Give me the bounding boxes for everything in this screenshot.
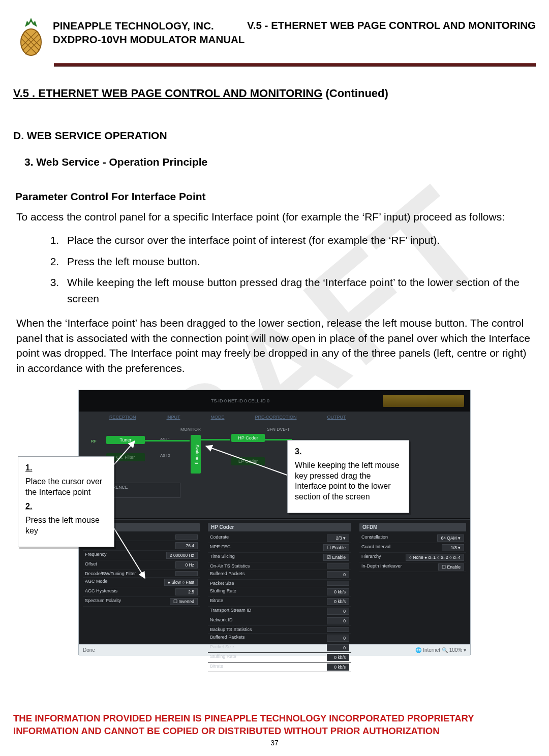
tab-mode[interactable]: MODE [211, 415, 225, 423]
main-paragraph: When the ‘Interface point’ has been drag… [16, 316, 533, 375]
panel-row: On-Air TS Statistics [208, 562, 351, 570]
heading-d: D. WEB SERVICE OPERATION [13, 130, 536, 142]
panel-row: Coderate2/3 ▾ [208, 533, 351, 543]
pro-television-logo-icon [383, 395, 464, 407]
panel-row: Stuffing Rate0 kb/s [208, 653, 351, 663]
tab-reception[interactable]: RECEPTION [109, 415, 136, 423]
panel-row: Buffered Packets0 [208, 570, 351, 580]
panel-row: Spectrum Polarity☐ Inverted [83, 597, 200, 607]
asi2-label[interactable]: ASI 2 [160, 453, 170, 458]
panel-row: Offset0 Hz [83, 560, 200, 570]
footer-page-number: 37 [13, 739, 536, 747]
panel-center: HP Coder Coderate2/3 ▾MPE-FEC☐ EnableTim… [204, 519, 355, 644]
panel-row: Hierarchy○ None ● α=1 ○ α=2 ○ α=4 [359, 553, 466, 562]
panel-row: Network ID0 [208, 616, 351, 626]
node-lpcoder[interactable]: LP Coder [231, 457, 265, 465]
step-1: Place the cursor over the interface poin… [62, 232, 526, 248]
panel-row: AGC Mode● Slow ○ Fast [83, 578, 200, 587]
panel-row: Backup TS Statistics [208, 626, 351, 634]
footer-proprietary: THE INFORMATION PROVIDED HEREIN IS PINEA… [13, 712, 536, 738]
manual-name: DXDPRO-10VH MODULATOR MANUAL [53, 33, 245, 47]
tab-precorrection[interactable]: PRE-CORRECTION [255, 415, 297, 423]
panel-row: Packet Size0 [208, 643, 351, 653]
heading-parameter-control: Parameter Control For Interface Point [15, 191, 536, 203]
status-right: 🌐 Internet 🔍 100% ▾ [415, 647, 466, 653]
panel-right: OFDM Constellation64 QAM ▾Guard Interval… [355, 519, 470, 644]
header: PINEAPPLE TECHNOLOGY, INC. DXDPRO-10VH M… [13, 14, 536, 60]
node-switching[interactable]: Switching [191, 435, 201, 474]
panel-row: Buffered Packets0 [208, 634, 351, 643]
screenshot-figure: TS-ID 0 NET-ID 0 CELL-ID 0 RECEPTION INP… [78, 390, 471, 655]
panel-right-title: OFDM [359, 523, 466, 531]
panel-row: Stuffing Rate0 kb/s [208, 587, 351, 597]
doc-section: V.5 - ETHERNET WEB PAGE CONTROL AND MONI… [247, 19, 536, 32]
step-3: While keeping the left mouse button pres… [62, 274, 526, 306]
company-name: PINEAPPLE TECHNOLOGY, INC. [53, 19, 245, 33]
panel-row: Time Slicing☑ Enable [208, 553, 351, 562]
panel-row: Packet Size [208, 580, 351, 587]
panel-row: In-Depth Interleaver☐ Enable [359, 562, 466, 572]
callout-1-2: 1. Place the cursor over the Interface p… [18, 456, 114, 547]
callout-3: 3. While keeping the left mouse key pres… [287, 440, 409, 513]
status-done: Done [83, 647, 95, 653]
panel-center-title: HP Coder [208, 523, 351, 531]
intro-paragraph: To access the control panel for a specif… [16, 210, 536, 224]
panel-row: Bitrate0 kb/s [208, 663, 351, 672]
panel-row: Decode/BW/Tuning Filter [83, 570, 200, 578]
numbered-steps: Place the cursor over the interface poin… [13, 232, 536, 306]
status-ids: TS-ID 0 NET-ID 0 CELL-ID 0 [79, 398, 383, 403]
monitor-label: MONITOR [180, 427, 201, 432]
step-2: Press the left mouse button. [62, 254, 526, 270]
panel-row: Constellation64 QAM ▾ [359, 533, 466, 543]
panel-row: Guard Interval1/8 ▾ [359, 543, 466, 553]
heading-3: 3. Web Service - Operation Principle [24, 156, 536, 168]
sfn-label: SFN DVB-T [267, 427, 290, 432]
header-divider [54, 63, 536, 67]
tab-input[interactable]: INPUT [167, 415, 180, 423]
panel-row: AGC Hysteresis2.5 [83, 587, 200, 597]
node-hpcoder[interactable]: HP Coder [231, 434, 265, 442]
panel-row: Frequency2 000000 Hz [83, 551, 200, 560]
panel-row: MPE-FEC☐ Enable [208, 543, 351, 553]
panel-row: Transport Stream ID0 [208, 607, 351, 616]
section-title: V.5 . ETHERNET WEB PAGE CONTROL AND MONI… [13, 87, 536, 100]
panel-row: Bitrate0 kb/s [208, 597, 351, 607]
rf-label[interactable]: RF [91, 439, 97, 444]
tab-output[interactable]: OUTPUT [327, 415, 346, 423]
pineapple-logo-icon [13, 14, 49, 60]
